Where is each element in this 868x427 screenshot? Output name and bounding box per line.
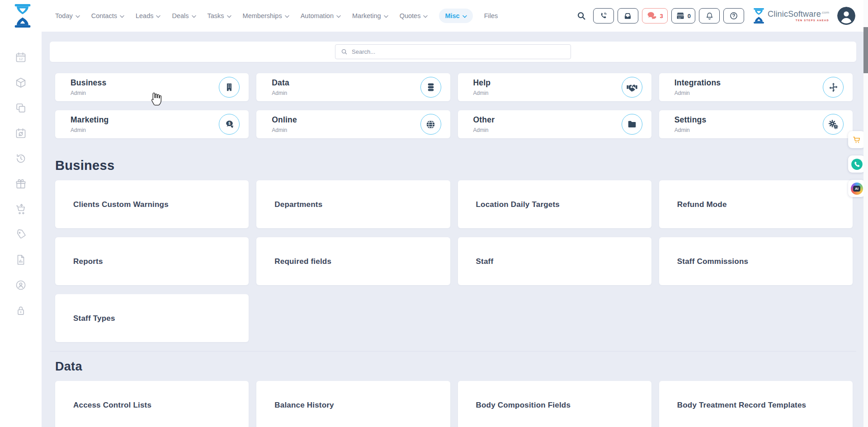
section-item-card[interactable]: Clients Custom Warnings	[55, 180, 249, 228]
tags-icon	[15, 229, 27, 240]
section-item-label: Required fields	[274, 257, 331, 266]
sidebar-item-security[interactable]	[14, 305, 27, 316]
section-item-card[interactable]: Body Treatment Record Templates	[659, 381, 853, 427]
category-title: Help	[473, 78, 491, 88]
menu-item[interactable]: Automation	[301, 12, 341, 19]
menu-item-label: Misc	[445, 12, 459, 19]
category-title: Settings	[675, 115, 707, 125]
comment-dollar-icon: $	[219, 114, 240, 135]
ai-label: AI	[853, 186, 860, 192]
sidebar-item-history[interactable]	[14, 153, 27, 164]
category-card[interactable]: Data Admin	[256, 73, 450, 101]
section-item-card[interactable]: Required fields	[256, 237, 450, 285]
menu-item-label: Quotes	[400, 12, 421, 19]
scrollbar-thumb[interactable]	[863, 27, 868, 73]
menu-item[interactable]: Quotes	[400, 12, 428, 19]
sidebar-item-bookings[interactable]	[14, 127, 27, 139]
badge-count: 0	[688, 13, 691, 19]
sidebar-item-gift-vouchers[interactable]	[14, 178, 27, 190]
section-item-card[interactable]: Balance History	[256, 381, 450, 427]
menu-item[interactable]: Contacts	[91, 12, 124, 19]
category-card[interactable]: Integrations Admin	[659, 73, 853, 101]
menu-item[interactable]: Marketing	[352, 12, 388, 19]
search-button[interactable]	[573, 8, 590, 23]
cart-button[interactable]	[848, 131, 865, 148]
category-card[interactable]: Marketing Admin $	[55, 110, 249, 138]
section-item-label: Staff Commissions	[677, 257, 748, 266]
chevron-down-icon	[462, 15, 467, 18]
section-item-card[interactable]: Staff Types	[55, 294, 249, 342]
question-icon	[729, 11, 738, 20]
section-item-card[interactable]: Staff	[458, 237, 651, 285]
section-item-label: Reports	[73, 257, 103, 266]
sidebar-item-shop[interactable]	[14, 203, 27, 215]
section-item-card[interactable]: Staff Commissions	[659, 237, 853, 285]
category-title: Other	[473, 115, 495, 125]
sidebar-item-duplicates[interactable]	[14, 102, 27, 114]
section-item-card[interactable]: Departments	[256, 180, 450, 228]
category-subtitle: Admin	[473, 90, 491, 96]
call-button[interactable]	[848, 155, 865, 173]
sidebar-item-coupons[interactable]	[14, 229, 27, 240]
sidebar-item-reports[interactable]	[14, 254, 27, 266]
menu-item[interactable]: Tasks	[208, 12, 231, 19]
menu-item[interactable]: Leads	[136, 12, 161, 19]
sidebar-item-account[interactable]	[14, 279, 27, 291]
menu-item[interactable]: Misc	[439, 9, 472, 23]
section-item-card[interactable]: Location Daily Targets	[458, 180, 651, 228]
register-button[interactable]: 0	[671, 8, 695, 23]
gift-icon	[15, 178, 27, 190]
help-button[interactable]	[723, 8, 744, 23]
cube-icon	[15, 77, 27, 89]
notifications-button[interactable]	[699, 8, 720, 23]
sidebar: 12	[0, 32, 42, 427]
section-item-card[interactable]: Refund Mode	[659, 180, 853, 228]
menu-item-label: Tasks	[208, 12, 224, 19]
user-avatar[interactable]	[837, 7, 855, 25]
section-item-label: Body Treatment Record Templates	[677, 401, 807, 409]
category-card[interactable]: Other Admin	[458, 110, 651, 138]
category-card[interactable]: Help Admin	[458, 73, 651, 101]
category-card[interactable]: Settings Admin	[659, 110, 853, 138]
section-item-card[interactable]: Body Composition Fields	[458, 381, 651, 427]
chevron-down-icon	[120, 15, 124, 18]
category-card[interactable]: Online Admin	[256, 110, 450, 138]
lock-icon	[15, 305, 27, 316]
ai-button[interactable]: AI	[848, 180, 865, 197]
section-item-card[interactable]: Reports	[55, 237, 249, 285]
category-title: Marketing	[71, 115, 108, 125]
phone-button[interactable]	[593, 8, 614, 23]
magnifier-icon	[576, 11, 586, 21]
phone-volume-icon	[599, 12, 608, 20]
inbox-button[interactable]	[618, 8, 638, 23]
category-card[interactable]: Business Admin	[55, 73, 249, 101]
scrollbar-track[interactable]	[863, 0, 868, 427]
menu-item[interactable]: Memberships	[243, 12, 289, 19]
app-logo-hourglass-icon[interactable]	[14, 4, 32, 28]
calendar-days-icon: 12	[15, 52, 27, 63]
search-box[interactable]	[335, 44, 571, 59]
svg-text:12: 12	[19, 57, 23, 61]
messages-button[interactable]: 3	[642, 8, 668, 23]
category-title: Integrations	[675, 78, 721, 88]
category-subtitle: Admin	[272, 127, 297, 133]
section-item-label: Location Daily Targets	[476, 200, 560, 209]
section-title: Business	[55, 158, 856, 173]
svg-text:$: $	[228, 121, 231, 125]
section-item-card[interactable]: Access Control Lists	[55, 381, 249, 427]
category-subtitle: Admin	[71, 90, 106, 96]
section-item-label: Body Composition Fields	[476, 401, 571, 409]
sidebar-item-products[interactable]	[14, 77, 27, 89]
chevron-down-icon	[336, 15, 341, 18]
menu-item[interactable]: Deals	[172, 12, 196, 19]
brand-logo[interactable]: ClinicSoftware.com TEN STEPS AHEAD	[753, 8, 829, 23]
menu-item-label: Memberships	[243, 12, 282, 19]
chevron-down-icon	[285, 15, 289, 18]
menu-item-label: Leads	[136, 12, 154, 19]
menu-item[interactable]: Files	[484, 12, 498, 19]
category-grid: Business Admin Data Admin Help Admin	[55, 73, 853, 138]
menu-item[interactable]: Today	[55, 12, 80, 19]
search-input[interactable]	[352, 48, 565, 55]
sidebar-item-calendar[interactable]: 12	[14, 52, 27, 63]
handshake-icon	[622, 77, 642, 98]
